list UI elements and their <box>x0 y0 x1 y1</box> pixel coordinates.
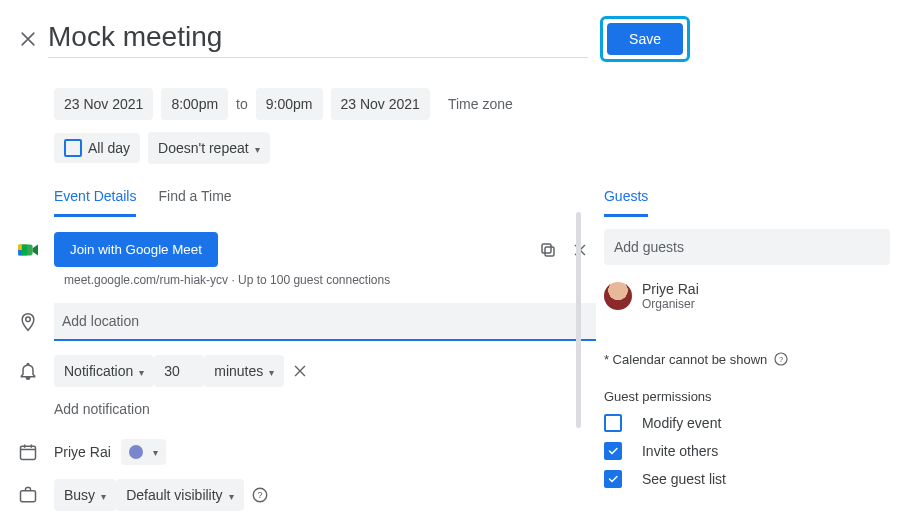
notification-unit-select[interactable]: minutes <box>204 355 284 387</box>
to-label: to <box>236 96 248 112</box>
calendar-icon <box>18 442 54 462</box>
save-highlight: Save <box>600 16 690 62</box>
save-button[interactable]: Save <box>607 23 683 55</box>
perm-seelist-label: See guest list <box>642 471 726 487</box>
add-notification-link[interactable]: Add notification <box>54 401 596 417</box>
calendar-color-select[interactable] <box>121 439 166 465</box>
meet-icon <box>18 241 54 259</box>
color-dot-icon <box>129 445 143 459</box>
perm-invite-label: Invite others <box>642 443 718 459</box>
svg-rect-6 <box>21 491 36 502</box>
tab-event-details[interactable]: Event Details <box>54 188 136 217</box>
end-time[interactable]: 9:00pm <box>256 88 323 120</box>
timezone-link[interactable]: Time zone <box>448 96 513 112</box>
organiser-name: Priye Rai <box>642 281 699 297</box>
tab-find-a-time[interactable]: Find a Time <box>158 188 231 217</box>
add-guests-input[interactable] <box>604 229 890 265</box>
copy-icon[interactable] <box>532 234 564 266</box>
svg-rect-1 <box>18 250 22 255</box>
all-day-label: All day <box>88 140 130 156</box>
svg-text:?: ? <box>257 490 262 500</box>
event-title[interactable]: Mock meeting <box>48 21 588 58</box>
help-icon[interactable]: ? <box>244 479 276 511</box>
meet-sep: · <box>228 273 238 287</box>
start-time[interactable]: 8:00pm <box>161 88 228 120</box>
availability-select[interactable]: Busy <box>54 479 116 511</box>
svg-rect-3 <box>545 247 554 256</box>
calendar-warning: * Calendar cannot be shown <box>604 352 767 367</box>
checkbox-modify-event[interactable] <box>604 414 622 432</box>
calendar-owner: Priye Rai <box>54 444 111 460</box>
organiser-role: Organiser <box>642 297 699 311</box>
svg-rect-2 <box>22 244 27 255</box>
briefcase-icon <box>18 485 54 505</box>
remove-notification-icon[interactable] <box>284 355 316 387</box>
svg-rect-5 <box>21 446 36 459</box>
guest-permissions-title: Guest permissions <box>604 389 890 404</box>
join-meet-button[interactable]: Join with Google Meet <box>54 232 218 267</box>
help-icon[interactable]: ? <box>773 351 789 367</box>
location-icon <box>18 312 54 332</box>
bell-icon <box>18 361 54 381</box>
perm-modify-label: Modify event <box>642 415 721 431</box>
avatar <box>604 282 632 310</box>
svg-rect-4 <box>542 244 551 253</box>
scrollbar[interactable] <box>576 212 581 428</box>
checkbox-invite-others[interactable] <box>604 442 622 460</box>
meet-link: meet.google.com/rum-hiak-ycv <box>64 273 228 287</box>
svg-text:?: ? <box>779 355 783 364</box>
end-date[interactable]: 23 Nov 2021 <box>331 88 430 120</box>
checkbox-empty-icon <box>64 139 82 157</box>
meet-capacity: Up to 100 guest connections <box>238 273 390 287</box>
recurrence-select[interactable]: Doesn't repeat <box>148 132 270 164</box>
notification-type-select[interactable]: Notification <box>54 355 154 387</box>
notification-value[interactable]: 30 <box>154 355 204 387</box>
checkbox-see-guest-list[interactable] <box>604 470 622 488</box>
start-date[interactable]: 23 Nov 2021 <box>54 88 153 120</box>
all-day-toggle[interactable]: All day <box>54 133 140 163</box>
location-input[interactable] <box>54 303 596 341</box>
visibility-select[interactable]: Default visibility <box>116 479 243 511</box>
tab-guests[interactable]: Guests <box>604 188 648 217</box>
close-icon[interactable] <box>18 29 42 49</box>
